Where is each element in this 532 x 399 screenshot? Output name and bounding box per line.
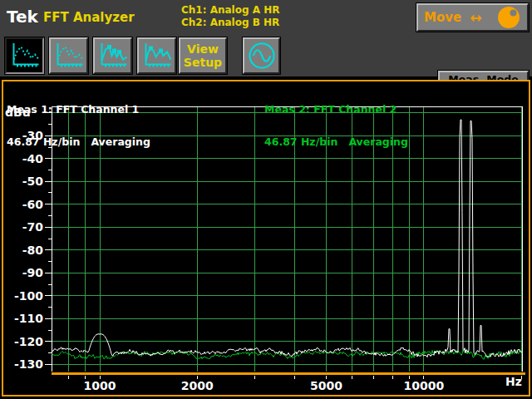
spectrum-chart-icon bbox=[96, 41, 130, 71]
y-tick-label: -110 bbox=[14, 312, 43, 325]
y-axis-unit-label: dBu bbox=[5, 106, 31, 119]
y-tick-label: -60 bbox=[22, 198, 44, 211]
app-title: FFT Analyzer bbox=[43, 10, 135, 25]
meas1-detail: 46.87 Hz/bin Averaging bbox=[7, 136, 150, 147]
meas1-readout: Meas 1: FFT Channel 1 46.87 Hz/bin Avera… bbox=[7, 82, 150, 158]
channel1-info: Ch1: Analog A HR bbox=[181, 4, 279, 16]
spectrum-chart-icon bbox=[8, 41, 42, 71]
y-tick-label: -80 bbox=[22, 244, 44, 257]
y-tick-label: -100 bbox=[14, 289, 43, 303]
y-tick-label: -90 bbox=[22, 266, 44, 279]
move-button-label: Move bbox=[424, 10, 461, 25]
generator-button[interactable] bbox=[243, 37, 280, 74]
y-tick-label: -70 bbox=[22, 220, 44, 234]
spectrum-chart-icon bbox=[52, 41, 86, 71]
toolbar: View Setup Meas. Mode FFT bbox=[0, 33, 532, 76]
y-tick-label: -130 bbox=[14, 357, 43, 371]
left-right-arrows-icon: ↔ bbox=[470, 11, 481, 25]
y-tick-label: -50 bbox=[22, 175, 44, 188]
channel2-info: Ch2: Analog B HR bbox=[181, 17, 279, 28]
spectrum-view-button-3[interactable] bbox=[93, 37, 132, 74]
move-button[interactable]: Move ↔ bbox=[416, 3, 529, 32]
tek-logo: Tek bbox=[7, 7, 38, 27]
view-setup-button[interactable]: View Setup bbox=[179, 37, 227, 74]
view-setup-label-line2: Setup bbox=[180, 56, 225, 69]
x-tick-label: 5000 bbox=[310, 379, 342, 392]
sine-wave-icon bbox=[247, 41, 277, 71]
spectrum-view-button-2[interactable] bbox=[49, 37, 88, 74]
x-tick-label: 2000 bbox=[181, 379, 214, 392]
knob-icon[interactable] bbox=[496, 5, 521, 30]
x-tick-label: 1000 bbox=[84, 379, 116, 392]
y-tick-label: -120 bbox=[14, 335, 43, 348]
view-setup-label-line1: View bbox=[180, 42, 225, 56]
x-axis-line bbox=[52, 372, 525, 375]
spectrum-view-button-1[interactable] bbox=[5, 37, 44, 74]
meas2-detail: 46.87 Hz/bin Averaging bbox=[264, 136, 408, 147]
x-axis-unit-label: Hz bbox=[505, 375, 522, 388]
title-bar: Tek FFT Analyzer Ch1: Analog A HR Ch2: A… bbox=[0, 0, 532, 33]
meas2-title: Meas 2: FFT Channel 2 bbox=[264, 104, 408, 115]
spectrum-chart-icon bbox=[140, 41, 174, 71]
meas2-readout: Meas 2: FFT Channel 2 46.87 Hz/bin Avera… bbox=[264, 82, 408, 158]
spectrum-view-button-4[interactable] bbox=[137, 37, 176, 74]
x-tick-label: 10000 bbox=[403, 379, 444, 392]
